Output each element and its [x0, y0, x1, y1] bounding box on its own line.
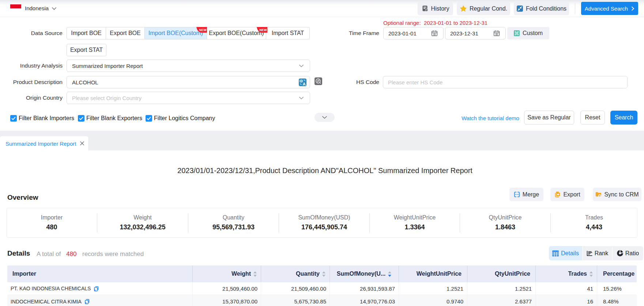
svg-text:NEW: NEW	[199, 28, 207, 32]
svg-text:A: A	[303, 81, 306, 86]
svg-text:NEW: NEW	[260, 28, 267, 32]
